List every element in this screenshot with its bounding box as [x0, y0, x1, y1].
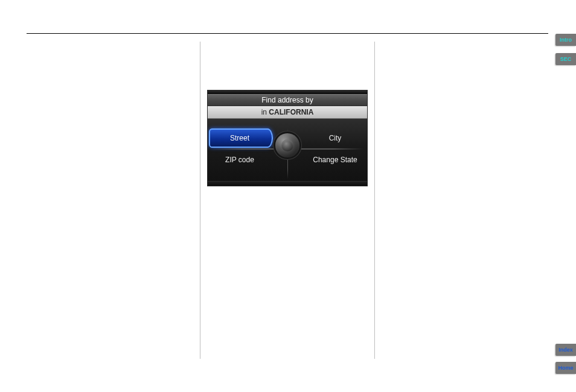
tab-home[interactable]: Home	[555, 362, 576, 374]
nav-subtitle-state: CALIFORNIA	[269, 108, 313, 116]
option-city-label: City	[329, 134, 342, 142]
option-zip-label: ZIP code	[225, 156, 254, 164]
nav-subtitle: in CALIFORNIA	[208, 106, 367, 119]
tab-intro[interactable]: Intro	[555, 34, 576, 46]
option-change-state[interactable]: Change State	[287, 149, 367, 171]
side-tabs: Intro SEC Index Home	[555, 0, 576, 392]
nav-subtitle-prefix: in	[261, 108, 269, 116]
nav-pad-area: Street City ZIP code Change State	[208, 119, 367, 186]
page-columns: Find address by in CALIFORNIA Street Cit…	[27, 42, 548, 359]
column-middle: Find address by in CALIFORNIA Street Cit…	[200, 42, 374, 359]
nav-bottom-strip	[208, 181, 367, 186]
option-zip[interactable]: ZIP code	[208, 149, 287, 171]
top-rule	[27, 33, 548, 34]
dial-icon[interactable]	[275, 133, 299, 157]
nav-title: Find address by	[208, 94, 367, 106]
tab-index[interactable]: Index	[555, 344, 576, 356]
option-street-label: Street	[230, 134, 249, 142]
option-change-state-label: Change State	[313, 156, 357, 164]
tab-sec[interactable]: SEC	[555, 53, 576, 65]
nav-screenshot: Find address by in CALIFORNIA Street Cit…	[207, 90, 368, 186]
column-right	[374, 42, 548, 359]
column-left	[27, 42, 200, 359]
